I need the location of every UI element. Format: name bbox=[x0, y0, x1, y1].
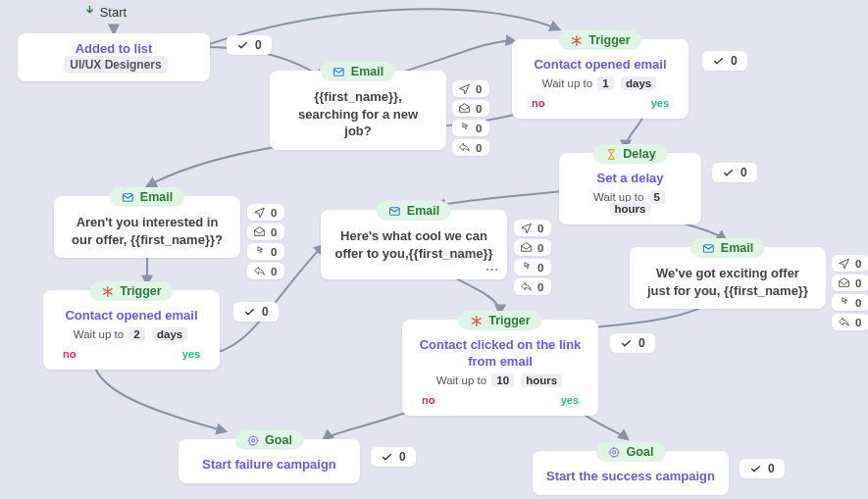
trigger1-check: 0 bbox=[702, 51, 747, 71]
asterisk-icon bbox=[101, 285, 114, 298]
goal-title: Start the success campaign bbox=[546, 469, 715, 485]
arrow-down-icon bbox=[83, 4, 96, 17]
trigger-pill: Trigger bbox=[546, 27, 653, 53]
svg-point-7 bbox=[612, 450, 615, 453]
email-body: {{first_name}}, searching for a new job? bbox=[283, 88, 433, 140]
hourglass-icon bbox=[604, 148, 617, 161]
trigger-node-1[interactable]: Trigger Contact opened email Wait up to … bbox=[512, 39, 689, 119]
goal1-check: 0 bbox=[371, 447, 416, 467]
email4-stats: 0 0 0 0 bbox=[832, 255, 868, 330]
branch-no: no bbox=[63, 348, 76, 360]
delay-title: Set a delay bbox=[573, 171, 688, 187]
email-body: Here's what cool we can offer to you,{{f… bbox=[334, 227, 493, 262]
email-body: Aren't you interested in our offer, {{fi… bbox=[68, 214, 227, 248]
asterisk-icon bbox=[470, 315, 483, 327]
email-node-1[interactable]: Email {{first_name}}, searching for a ne… bbox=[270, 71, 446, 150]
list-chip: UI/UX Designers bbox=[64, 56, 167, 74]
mail-icon bbox=[702, 242, 715, 255]
email-pill: Email bbox=[679, 235, 777, 261]
email-pill: Email bbox=[365, 198, 463, 224]
trigger-pill: Trigger bbox=[446, 308, 553, 333]
trigger3-check: 0 bbox=[610, 333, 655, 353]
open-icon bbox=[458, 102, 471, 115]
start-check: 0 bbox=[227, 35, 272, 55]
email-node-2[interactable]: Email Aren't you interested in our offer… bbox=[54, 196, 240, 258]
trigger-title: Contact opened email bbox=[57, 308, 206, 324]
check-icon bbox=[381, 451, 393, 464]
delay-node[interactable]: Delay Set a delay Wait up to 5 hours bbox=[559, 153, 701, 225]
send-icon bbox=[520, 222, 533, 234]
goal-node-2[interactable]: Goal Start the success campaign bbox=[533, 451, 729, 495]
check-icon bbox=[236, 39, 249, 52]
svg-point-4 bbox=[248, 436, 257, 445]
asterisk-icon bbox=[570, 34, 583, 47]
click-icon bbox=[458, 122, 471, 134]
send-icon bbox=[253, 206, 266, 219]
click-icon bbox=[253, 245, 266, 258]
click-icon bbox=[520, 261, 533, 274]
goal2-check: 0 bbox=[740, 459, 785, 478]
svg-point-5 bbox=[251, 438, 254, 441]
delay-pill: Delay bbox=[581, 141, 679, 167]
trigger-node-2[interactable]: Trigger Contact opened email Wait up to … bbox=[43, 290, 220, 370]
check-icon bbox=[722, 167, 735, 179]
trigger-title: Contact clicked on the link from email bbox=[416, 337, 585, 371]
target-icon bbox=[246, 434, 259, 447]
check-icon bbox=[243, 306, 256, 319]
branch-yes: yes bbox=[182, 348, 200, 360]
target-icon bbox=[608, 446, 621, 459]
goal-title: Start failure campaign bbox=[192, 457, 346, 474]
open-icon bbox=[253, 225, 266, 238]
wait-row: Wait up to 10 hours bbox=[416, 374, 585, 386]
trigger-node-3[interactable]: Trigger Contact clicked on the link from… bbox=[402, 320, 598, 416]
trigger-pill: Trigger bbox=[77, 278, 184, 304]
check-icon bbox=[620, 337, 633, 350]
branch-yes: yes bbox=[561, 394, 579, 406]
email-node-4[interactable]: Email We've got exciting offer just for … bbox=[630, 247, 826, 309]
trigger2-check: 0 bbox=[233, 302, 279, 322]
email-node-3[interactable]: Email Here's what cool we can offer to y… bbox=[321, 210, 507, 279]
start-label: Start bbox=[100, 5, 127, 20]
reply-icon bbox=[838, 316, 850, 328]
start-pill: Start bbox=[83, 4, 127, 20]
goal-node-1[interactable]: Goal Start failure campaign bbox=[179, 439, 360, 483]
email-pill: Email bbox=[98, 184, 196, 210]
start-title: Added to list bbox=[76, 41, 153, 56]
reply-icon bbox=[458, 141, 471, 154]
trigger-title: Contact opened email bbox=[526, 57, 675, 74]
ellipsis-icon[interactable]: ... bbox=[485, 259, 499, 274]
open-icon bbox=[520, 241, 533, 254]
email1-stats: 0 0 0 0 bbox=[452, 80, 489, 156]
wait-row: Wait up to 2 days bbox=[57, 328, 206, 340]
click-icon bbox=[838, 296, 850, 309]
check-icon bbox=[749, 463, 762, 475]
branch-yes: yes bbox=[651, 97, 669, 109]
branch-no: no bbox=[532, 97, 544, 109]
email2-stats: 0 0 0 0 bbox=[247, 204, 284, 279]
start-node[interactable]: Added to list UI/UX Designers bbox=[18, 33, 210, 81]
email-body: We've got exciting offer just for you, {… bbox=[643, 265, 812, 299]
reply-icon bbox=[520, 280, 533, 293]
goal-pill: Goal bbox=[223, 427, 316, 453]
send-icon bbox=[838, 257, 850, 270]
svg-point-6 bbox=[610, 448, 619, 457]
wait-row: Wait up to 1 days bbox=[526, 77, 675, 89]
mail-icon bbox=[122, 191, 134, 204]
wait-row: Wait up to 5 hours bbox=[573, 191, 688, 215]
open-icon bbox=[838, 276, 850, 289]
send-icon bbox=[458, 82, 471, 95]
mail-icon bbox=[388, 205, 401, 218]
mail-icon bbox=[332, 66, 345, 78]
email-pill: Email bbox=[309, 59, 407, 84]
reply-icon bbox=[253, 265, 266, 277]
delay-check: 0 bbox=[712, 163, 757, 182]
check-icon bbox=[712, 55, 725, 68]
goal-pill: Goal bbox=[585, 439, 678, 465]
branch-no: no bbox=[422, 394, 434, 406]
email3-stats: 0 0 0 0 bbox=[514, 220, 551, 295]
